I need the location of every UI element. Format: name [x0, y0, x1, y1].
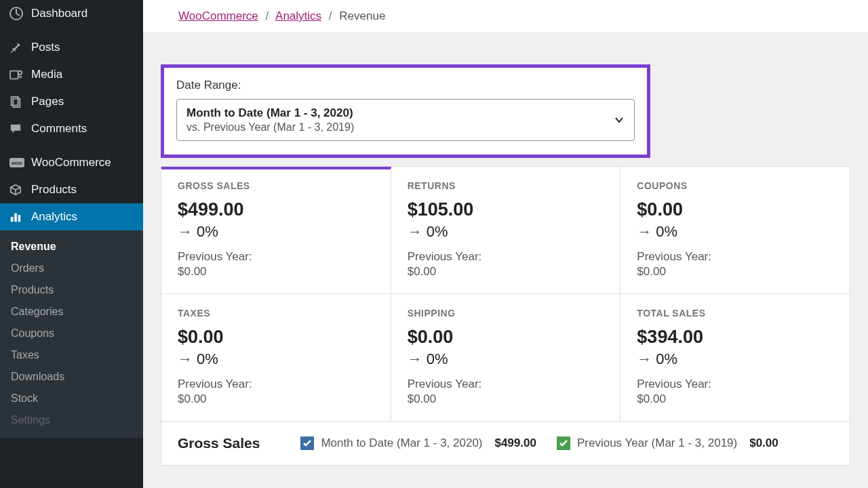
- legend-label: Previous Year (Mar 1 - 3, 2019): [577, 436, 737, 450]
- sub-item-settings[interactable]: Settings: [0, 409, 143, 431]
- arrow-right-icon: →: [178, 350, 193, 368]
- sidebar-item-comments[interactable]: Comments: [0, 115, 143, 142]
- date-range-label: Date Range:: [176, 79, 635, 92]
- card-value: $0.00: [408, 327, 604, 348]
- woo-icon: woo: [9, 157, 24, 168]
- media-icon: [9, 68, 24, 81]
- card-change: →0%: [408, 223, 604, 241]
- sub-item-products[interactable]: Products: [0, 279, 143, 301]
- sidebar-label: Dashboard: [31, 7, 87, 20]
- card-shipping[interactable]: Shipping $0.00 →0% Previous Year: $0.00: [391, 294, 621, 422]
- card-prev-label: Previous Year:: [637, 378, 833, 391]
- sidebar-item-dashboard[interactable]: Dashboard: [0, 0, 143, 27]
- arrow-right-icon: →: [637, 223, 652, 241]
- sub-item-orders[interactable]: Orders: [0, 258, 143, 279]
- card-title: Total Sales: [637, 308, 833, 319]
- card-gross-sales[interactable]: Gross Sales $499.00 →0% Previous Year: $…: [161, 167, 391, 294]
- card-change: →0%: [408, 350, 604, 368]
- sidebar-label: Posts: [31, 41, 60, 54]
- chevron-down-icon: [614, 115, 625, 125]
- top-bar: WooCommerce / Analytics / Revenue: [143, 0, 868, 33]
- dashboard-icon: [9, 7, 24, 20]
- card-prev-value: $0.00: [178, 392, 374, 406]
- sub-item-taxes[interactable]: Taxes: [0, 344, 143, 366]
- breadcrumb-woocommerce[interactable]: WooCommerce: [178, 9, 258, 22]
- comment-icon: [9, 123, 24, 135]
- card-change: →0%: [637, 223, 833, 241]
- legend-label: Month to Date (Mar 1 - 3, 2020): [321, 436, 482, 450]
- card-prev-value: $0.00: [178, 265, 374, 279]
- sidebar-label: Pages: [31, 95, 64, 108]
- legend-value: $499.00: [495, 436, 536, 450]
- sub-item-stock[interactable]: Stock: [0, 388, 143, 409]
- sub-item-downloads[interactable]: Downloads: [0, 366, 143, 388]
- svg-rect-7: [11, 217, 14, 222]
- sidebar-label: Products: [31, 183, 77, 197]
- card-title: Taxes: [178, 308, 374, 319]
- main-content: WooCommerce / Analytics / Revenue Date R…: [143, 0, 868, 488]
- card-value: $394.00: [637, 327, 833, 348]
- card-returns[interactable]: Returns $105.00 →0% Previous Year: $0.00: [391, 167, 621, 294]
- legend-title: Gross Sales: [178, 435, 260, 451]
- card-title: Shipping: [408, 308, 604, 319]
- card-prev-value: $0.00: [637, 392, 833, 406]
- card-total-sales[interactable]: Total Sales $394.00 →0% Previous Year: $…: [620, 294, 850, 422]
- sidebar-item-posts[interactable]: Posts: [0, 34, 143, 61]
- card-value: $105.00: [408, 199, 604, 220]
- box-icon: [9, 184, 24, 196]
- card-taxes[interactable]: Taxes $0.00 →0% Previous Year: $0.00: [161, 294, 391, 422]
- sidebar-item-products[interactable]: Products: [0, 176, 143, 203]
- card-title: Coupons: [637, 180, 833, 191]
- pin-icon: [9, 41, 24, 54]
- legend-item-previous[interactable]: Previous Year (Mar 1 - 3, 2019) $0.00: [557, 436, 778, 450]
- card-prev-label: Previous Year:: [408, 378, 604, 391]
- sidebar-label: Analytics: [31, 210, 77, 224]
- sidebar-item-pages[interactable]: Pages: [0, 88, 143, 115]
- arrow-right-icon: →: [408, 350, 422, 368]
- sidebar-item-media[interactable]: Media: [0, 61, 143, 88]
- card-value: $0.00: [637, 199, 833, 220]
- card-value: $0.00: [178, 327, 374, 348]
- card-prev-label: Previous Year:: [178, 250, 374, 264]
- sub-item-categories[interactable]: Categories: [0, 301, 143, 323]
- breadcrumb: WooCommerce / Analytics / Revenue: [178, 9, 833, 23]
- chart-legend: Gross Sales Month to Date (Mar 1 - 3, 20…: [161, 422, 850, 465]
- date-range-main: Month to Date (Mar 1 - 3, 2020): [186, 106, 354, 120]
- admin-sidebar: Dashboard Posts Media Pages Comments woo…: [0, 0, 143, 488]
- arrow-right-icon: →: [178, 223, 193, 241]
- card-prev-value: $0.00: [408, 265, 604, 279]
- breadcrumb-analytics[interactable]: Analytics: [275, 9, 321, 22]
- sub-item-coupons[interactable]: Coupons: [0, 323, 143, 344]
- pages-icon: [9, 96, 24, 108]
- svg-rect-1: [10, 71, 18, 79]
- svg-rect-8: [14, 214, 17, 222]
- analytics-submenu: Revenue Orders Products Categories Coupo…: [0, 230, 143, 438]
- card-change: →0%: [178, 350, 374, 368]
- sub-item-revenue[interactable]: Revenue: [0, 236, 143, 258]
- legend-item-current[interactable]: Month to Date (Mar 1 - 3, 2020) $499.00: [300, 436, 536, 450]
- sidebar-label: Media: [31, 68, 62, 81]
- content: Date Range: Month to Date (Mar 1 - 3, 20…: [143, 33, 868, 488]
- card-prev-label: Previous Year:: [178, 378, 374, 391]
- sidebar-item-analytics[interactable]: Analytics: [0, 203, 143, 230]
- card-prev-label: Previous Year:: [637, 250, 833, 264]
- card-prev-label: Previous Year:: [408, 250, 604, 264]
- card-change: →0%: [178, 223, 374, 241]
- svg-point-2: [18, 71, 22, 75]
- sidebar-item-woocommerce[interactable]: woo WooCommerce: [0, 149, 143, 176]
- checkbox-checked-icon: [300, 436, 314, 450]
- date-range-select[interactable]: Month to Date (Mar 1 - 3, 2020) vs. Prev…: [176, 99, 635, 141]
- card-title: Returns: [408, 180, 604, 191]
- card-change: →0%: [637, 350, 833, 368]
- card-prev-value: $0.00: [408, 392, 604, 406]
- svg-text:woo: woo: [11, 160, 22, 166]
- sidebar-label: WooCommerce: [31, 156, 111, 169]
- checkbox-checked-icon: [557, 436, 570, 450]
- legend-value: $0.00: [749, 436, 778, 450]
- card-title: Gross Sales: [178, 180, 374, 191]
- date-range-sub: vs. Previous Year (Mar 1 - 3, 2019): [186, 121, 354, 134]
- card-prev-value: $0.00: [637, 265, 833, 279]
- date-range-highlight: Date Range: Month to Date (Mar 1 - 3, 20…: [161, 64, 650, 158]
- svg-rect-9: [18, 215, 21, 222]
- card-coupons[interactable]: Coupons $0.00 →0% Previous Year: $0.00: [620, 167, 850, 294]
